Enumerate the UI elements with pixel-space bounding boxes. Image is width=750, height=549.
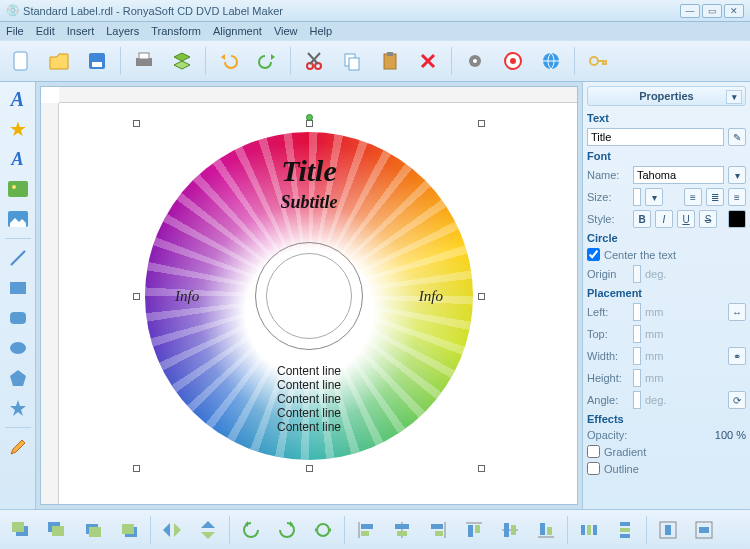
copy-button[interactable] xyxy=(337,46,367,76)
disc-info-left[interactable]: Info xyxy=(175,287,199,304)
disc-title[interactable]: Title xyxy=(145,154,473,188)
disc-content-lines[interactable]: Content line Content line Content line C… xyxy=(145,364,473,434)
line-tool[interactable] xyxy=(4,245,32,271)
save-button[interactable] xyxy=(82,46,112,76)
favorite-tool[interactable]: ★ xyxy=(4,116,32,142)
delete-button[interactable] xyxy=(413,46,443,76)
menu-transform[interactable]: Transform xyxy=(151,25,201,37)
roundrect-tool[interactable] xyxy=(4,305,32,331)
selection-handle[interactable] xyxy=(133,120,140,127)
image2-tool[interactable] xyxy=(4,206,32,232)
ellipse-tool[interactable] xyxy=(4,335,32,361)
bring-forward-button[interactable] xyxy=(78,516,108,544)
lock-aspect-icon[interactable]: ⚭ xyxy=(728,347,746,365)
menu-view[interactable]: View xyxy=(274,25,298,37)
redo-button[interactable] xyxy=(252,46,282,76)
font-name-select[interactable] xyxy=(633,166,724,184)
underline-button[interactable]: U xyxy=(677,210,695,228)
align-left-button[interactable] xyxy=(351,516,381,544)
circular-text-tool[interactable]: A xyxy=(4,146,32,172)
rect-tool[interactable] xyxy=(4,275,32,301)
settings-button[interactable] xyxy=(460,46,490,76)
strike-button[interactable]: S xyxy=(699,210,717,228)
disc-info-right[interactable]: Info xyxy=(419,287,443,304)
dropdown-icon[interactable]: ▾ xyxy=(728,166,746,184)
menu-alignment[interactable]: Alignment xyxy=(213,25,262,37)
menu-layers[interactable]: Layers xyxy=(106,25,139,37)
menu-help[interactable]: Help xyxy=(310,25,333,37)
dropdown-icon[interactable]: ▾ xyxy=(645,188,663,206)
paste-button[interactable] xyxy=(375,46,405,76)
placement-icon[interactable]: ↔ xyxy=(728,303,746,321)
send-back-button[interactable] xyxy=(42,516,72,544)
selection-handle[interactable] xyxy=(133,465,140,472)
height-input[interactable] xyxy=(633,369,641,387)
cut-button[interactable] xyxy=(299,46,329,76)
rotate-ccw-button[interactable] xyxy=(236,516,266,544)
distribute-v-button[interactable] xyxy=(610,516,640,544)
text-input[interactable] xyxy=(587,128,724,146)
help-button[interactable] xyxy=(498,46,528,76)
panel-dropdown-icon[interactable]: ▾ xyxy=(726,90,742,104)
new-button[interactable] xyxy=(6,46,36,76)
top-input[interactable] xyxy=(633,325,641,343)
menu-file[interactable]: File xyxy=(6,25,24,37)
web-button[interactable] xyxy=(536,46,566,76)
rotate-cw-button[interactable] xyxy=(272,516,302,544)
maximize-button[interactable]: ▭ xyxy=(702,4,722,18)
pencil-tool[interactable] xyxy=(4,434,32,460)
image-tool[interactable] xyxy=(4,176,32,202)
rotate-180-button[interactable] xyxy=(308,516,338,544)
bold-button[interactable]: B xyxy=(633,210,651,228)
undo-button[interactable] xyxy=(214,46,244,76)
flip-v-button[interactable] xyxy=(193,516,223,544)
outline-checkbox[interactable] xyxy=(587,462,600,475)
align-center-v-button[interactable] xyxy=(495,516,525,544)
angle-input[interactable] xyxy=(633,391,641,409)
center-text-checkbox[interactable] xyxy=(587,248,600,261)
bring-front-button[interactable] xyxy=(6,516,36,544)
text-tool[interactable]: A xyxy=(4,86,32,112)
open-button[interactable] xyxy=(44,46,74,76)
menu-insert[interactable]: Insert xyxy=(67,25,95,37)
gradient-checkbox[interactable] xyxy=(587,445,600,458)
menu-edit[interactable]: Edit xyxy=(36,25,55,37)
edit-text-icon[interactable]: ✎ xyxy=(728,128,746,146)
rotate-icon[interactable]: ⟳ xyxy=(728,391,746,409)
close-button[interactable]: ✕ xyxy=(724,4,744,18)
font-color-swatch[interactable] xyxy=(728,210,746,228)
align-top-button[interactable] xyxy=(459,516,489,544)
label-canvas[interactable]: Title Subtitle Info Info Content line Co… xyxy=(119,106,499,486)
font-size-input[interactable] xyxy=(633,188,641,206)
distribute-h-button[interactable] xyxy=(574,516,604,544)
align-right-button[interactable] xyxy=(423,516,453,544)
align-bottom-button[interactable] xyxy=(531,516,561,544)
align-center-icon[interactable]: ≣ xyxy=(706,188,724,206)
left-input[interactable] xyxy=(633,303,641,321)
align-right-icon[interactable]: ≡ xyxy=(728,188,746,206)
rotation-handle[interactable] xyxy=(306,114,313,121)
selection-handle[interactable] xyxy=(478,120,485,127)
minimize-button[interactable]: — xyxy=(680,4,700,18)
center-h-page-button[interactable] xyxy=(653,516,683,544)
selection-handle[interactable] xyxy=(306,465,313,472)
width-input[interactable] xyxy=(633,347,641,365)
flip-h-button[interactable] xyxy=(157,516,187,544)
selection-handle[interactable] xyxy=(478,293,485,300)
polygon-tool[interactable] xyxy=(4,365,32,391)
layers-button[interactable] xyxy=(167,46,197,76)
selection-handle[interactable] xyxy=(133,293,140,300)
key-button[interactable] xyxy=(583,46,613,76)
italic-button[interactable]: I xyxy=(655,210,673,228)
disc-subtitle[interactable]: Subtitle xyxy=(145,192,473,213)
disc-label[interactable]: Title Subtitle Info Info Content line Co… xyxy=(145,132,473,460)
center-v-page-button[interactable] xyxy=(689,516,719,544)
canvas-area[interactable]: Title Subtitle Info Info Content line Co… xyxy=(40,86,578,505)
selection-handle[interactable] xyxy=(306,120,313,127)
send-backward-button[interactable] xyxy=(114,516,144,544)
selection-handle[interactable] xyxy=(478,465,485,472)
star-tool[interactable] xyxy=(4,395,32,421)
print-button[interactable] xyxy=(129,46,159,76)
align-left-icon[interactable]: ≡ xyxy=(684,188,702,206)
align-center-h-button[interactable] xyxy=(387,516,417,544)
